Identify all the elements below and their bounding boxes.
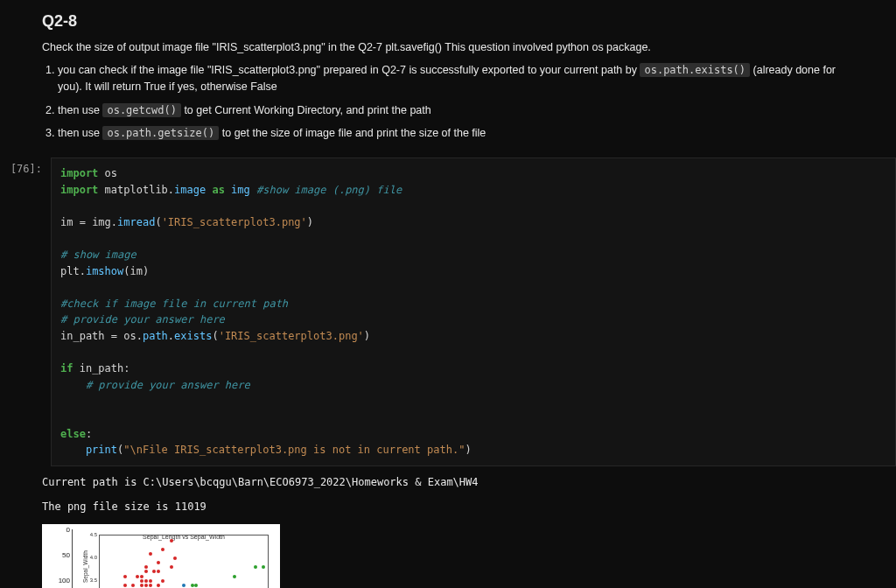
scatter-point (144, 565, 148, 569)
scatter-point (144, 584, 148, 587)
scatter-point (233, 575, 236, 578)
scatter-axes: Sepal_Length vs Sepal_Width Sepal_Length… (99, 535, 269, 588)
outer-ytick: 50 (62, 551, 70, 559)
scatter-point (140, 584, 144, 587)
scatter-point (191, 584, 194, 587)
chart-title: Sepal_Length vs Sepal_Width (100, 534, 268, 540)
scatter-point (161, 548, 164, 551)
scatter-point (149, 584, 152, 587)
output-plot: Sepal_Length vs Sepal_Width Sepal_Length… (42, 524, 280, 588)
markdown-cell: Q2-8 Check the size of output image file… (0, 0, 896, 158)
scatter-point (123, 575, 127, 578)
scatter-point (140, 579, 144, 583)
scatter-point (149, 552, 152, 556)
scatter-point (136, 575, 139, 578)
scatter-point (157, 584, 160, 587)
output-line-path: Current path is C:\Users\bcqgu\Barn\ECO6… (42, 473, 896, 491)
code-cell: [76]: import os import matplotlib.image … (0, 158, 896, 466)
inner-ytick: 4.5 (90, 532, 97, 537)
scatter-point (161, 579, 164, 583)
scatter-point (170, 539, 173, 542)
code-editor[interactable]: import os import matplotlib.image as img… (51, 158, 896, 466)
scatter-point (194, 584, 198, 587)
scatter-point (173, 556, 177, 560)
instruction-list: you can check if the image file "IRIS_sc… (58, 62, 854, 142)
step-3: then use os.path.getsize() to get the si… (58, 125, 854, 142)
step-1: you can check if the image file "IRIS_sc… (58, 62, 854, 95)
step-2: then use os.getcwd() to get Current Work… (58, 102, 854, 119)
scatter-point (262, 565, 265, 569)
scatter-point (140, 575, 144, 578)
scatter-point (157, 561, 160, 564)
scatter-point (144, 570, 148, 573)
scatter-point (170, 565, 173, 569)
scatter-point (144, 579, 148, 583)
scatter-point (123, 584, 127, 587)
outer-ytick: 0 (66, 526, 70, 534)
outer-ytick: 100 (59, 577, 70, 584)
output-line-size: The png file size is 11019 (42, 498, 896, 515)
inner-ytick: 3.5 (90, 578, 97, 583)
code-os-path-getsize: os.path.getsize() (102, 126, 219, 140)
scatter-point (157, 570, 160, 573)
question-heading: Q2-8 (42, 12, 854, 31)
code-os-path-exists: os.path.exists() (640, 63, 750, 77)
inner-ytick: 4.0 (90, 555, 97, 560)
scatter-point (149, 579, 152, 583)
scatter-point (254, 565, 257, 569)
scatter-point (152, 570, 156, 573)
chart-ylabel: Sepal_Width (82, 551, 88, 584)
imshow-axes: Sepal_Length vs Sepal_Width Sepal_Length… (72, 529, 274, 588)
question-intro: Check the size of output image file "IRI… (42, 41, 854, 53)
scatter-point (131, 584, 135, 587)
stdout-output: Current path is C:\Users\bcqgu\Barn\ECO6… (42, 473, 896, 516)
input-prompt: [76]: (0, 158, 51, 175)
scatter-point (182, 584, 186, 587)
code-os-getcwd: os.getcwd() (102, 103, 180, 117)
